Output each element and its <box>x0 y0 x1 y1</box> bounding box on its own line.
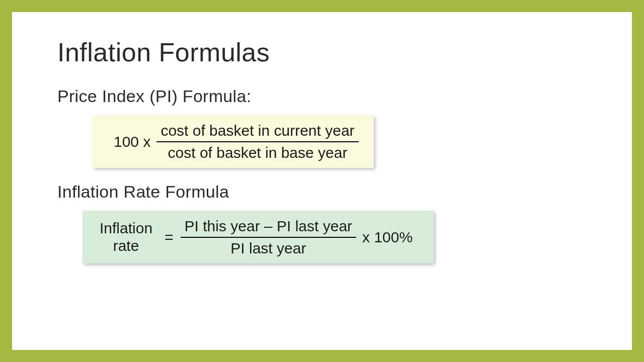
inflation-label-line1: Inflation <box>100 220 152 237</box>
inflation-label-line2: rate <box>113 237 139 255</box>
inflation-rate-heading: Inflation Rate Formula <box>57 182 587 202</box>
slide: Inflation Formulas Price Index (PI) Form… <box>12 12 632 350</box>
inflation-rate-formula-box: Inflation rate = PI this year – PI last … <box>83 211 434 263</box>
price-index-heading: Price Index (PI) Formula: <box>57 86 587 106</box>
pi-fraction: cost of basket in current year cost of b… <box>156 121 358 162</box>
inflation-fraction: PI this year – PI last year PI last year <box>181 217 356 257</box>
slide-title: Inflation Formulas <box>57 37 587 67</box>
pi-numerator: cost of basket in current year <box>156 121 358 142</box>
inflation-suffix: x 100% <box>356 229 419 246</box>
inflation-numerator: PI this year – PI last year <box>181 217 356 238</box>
equals-sign: = <box>157 229 181 246</box>
pi-prefix: 100 x <box>108 133 156 150</box>
price-index-formula-box: 100 x cost of basket in current year cos… <box>93 115 374 168</box>
pi-denominator: cost of basket in base year <box>164 142 352 162</box>
inflation-denominator: PI last year <box>226 238 310 258</box>
inflation-label: Inflation rate <box>98 220 157 254</box>
